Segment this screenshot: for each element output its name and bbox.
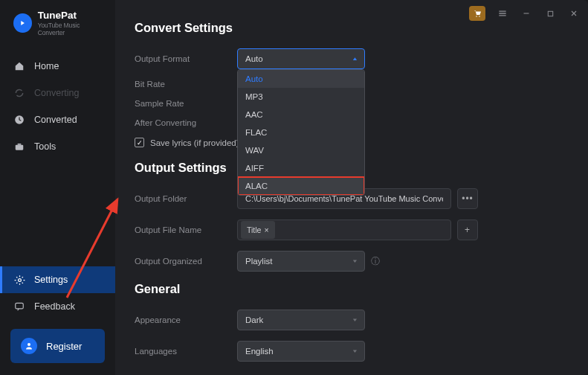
chat-icon — [13, 301, 25, 312]
app-title: TunePat — [38, 10, 105, 22]
svg-rect-8 — [548, 11, 552, 16]
close-button[interactable] — [567, 7, 581, 20]
select-value: Auto — [245, 54, 263, 63]
hamburger-icon[interactable] — [496, 7, 509, 20]
output-organized-select[interactable]: Playlist ▼ — [237, 251, 365, 272]
minimize-button[interactable] — [520, 7, 533, 20]
bit-rate-label: Bit Rate — [135, 80, 237, 89]
window-controls — [469, 6, 581, 21]
svg-point-7 — [479, 16, 480, 17]
option-wav[interactable]: WAV — [238, 141, 364, 159]
option-mp3[interactable]: MP3 — [238, 88, 364, 106]
info-icon[interactable]: ⓘ — [371, 255, 380, 268]
save-lyrics-label: Save lyrics (if provided) — [150, 138, 239, 147]
appearance-select[interactable]: Dark ▼ — [237, 310, 365, 330]
app-subtitle: YouTube Music Converter — [38, 22, 105, 36]
languages-label: Languages — [135, 347, 237, 356]
languages-select[interactable]: English ▼ — [237, 341, 365, 362]
output-filename-label: Output File Name — [135, 225, 237, 234]
chevron-down-icon: ▼ — [352, 349, 358, 354]
sidebar-item-label: Settings — [34, 275, 68, 285]
svg-rect-4 — [16, 303, 24, 309]
output-folder-label: Output Folder — [135, 194, 237, 203]
select-value: English — [245, 347, 274, 356]
cart-icon[interactable] — [469, 6, 485, 21]
option-alac[interactable]: ALAC — [238, 177, 364, 195]
select-value: Dark — [245, 315, 263, 324]
user-icon — [21, 338, 37, 354]
option-auto[interactable]: Auto — [238, 70, 364, 88]
app-logo-icon — [13, 13, 32, 33]
clock-icon — [13, 114, 25, 126]
sidebar-item-converting[interactable]: Converting — [0, 80, 115, 106]
svg-point-5 — [28, 343, 30, 346]
select-value: Playlist — [245, 257, 272, 266]
chevron-up-icon: ▲ — [352, 57, 358, 62]
chevron-down-icon: ▼ — [352, 318, 358, 323]
svg-point-3 — [18, 278, 21, 281]
home-icon — [13, 60, 25, 72]
register-button[interactable]: Register — [10, 329, 105, 363]
svg-rect-2 — [16, 145, 24, 150]
section-title-general: General — [135, 282, 570, 296]
sidebar-item-home[interactable]: Home — [0, 53, 115, 80]
register-label: Register — [46, 341, 82, 352]
sidebar-item-settings[interactable]: Settings — [0, 266, 115, 293]
filename-tag-title[interactable]: Title × — [241, 221, 275, 239]
refresh-icon — [13, 87, 25, 99]
section-title-convert: Convert Settings — [135, 21, 570, 35]
sidebar-item-label: Feedback — [34, 301, 75, 312]
output-format-label: Output Format — [135, 54, 237, 63]
add-filename-tag-button[interactable]: + — [457, 219, 478, 240]
sidebar-item-label: Home — [34, 61, 59, 71]
toolbox-icon — [13, 141, 25, 153]
option-aiff[interactable]: AIFF — [238, 159, 364, 177]
output-format-select[interactable]: Auto ▲ — [237, 48, 365, 69]
output-format-dropdown: Auto MP3 AAC FLAC WAV AIFF ALAC — [237, 69, 365, 196]
sidebar-item-feedback[interactable]: Feedback — [0, 293, 115, 320]
chevron-down-icon: ▼ — [352, 259, 358, 264]
sidebar-item-converted[interactable]: Converted — [0, 106, 115, 133]
brand: TunePat YouTube Music Converter — [0, 0, 115, 48]
after-converting-label: After Converting — [135, 118, 237, 127]
gear-icon — [13, 274, 25, 286]
sample-rate-label: Sample Rate — [135, 99, 237, 108]
option-aac[interactable]: AAC — [238, 106, 364, 124]
maximize-button[interactable] — [543, 7, 557, 20]
svg-point-6 — [476, 16, 477, 17]
save-lyrics-checkbox[interactable]: ✓ — [135, 138, 144, 147]
appearance-label: Appearance — [135, 315, 237, 324]
output-organized-label: Output Organized — [135, 257, 237, 266]
sidebar-item-label: Tools — [34, 141, 56, 152]
sidebar-item-label: Converted — [34, 115, 77, 125]
browse-folder-button[interactable]: ••• — [457, 188, 478, 209]
option-flac[interactable]: FLAC — [238, 124, 364, 141]
sidebar-item-tools[interactable]: Tools — [0, 133, 115, 160]
output-filename-field[interactable]: Title × — [237, 219, 451, 240]
sidebar-item-label: Converting — [34, 88, 79, 98]
close-icon[interactable]: × — [264, 225, 268, 234]
